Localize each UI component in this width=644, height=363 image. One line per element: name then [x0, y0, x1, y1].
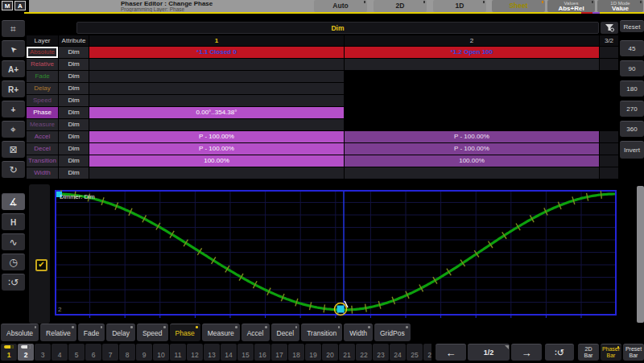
invert-button[interactable]: Invert: [620, 141, 644, 159]
layer-absolute[interactable]: Absolute: [27, 47, 58, 58]
layer-accel[interactable]: Accel: [27, 131, 58, 142]
360-button[interactable]: 360: [620, 121, 644, 137]
step-16[interactable]: 16: [254, 344, 270, 361]
layer-button-relative[interactable]: Relative: [40, 324, 76, 341]
layer-button-phase[interactable]: Phase: [170, 324, 200, 341]
attribute-cell[interactable]: Dim: [59, 71, 89, 82]
move-tool[interactable]: +: [2, 101, 25, 118]
step-1[interactable]: 1: [1, 344, 17, 361]
attribute-cell[interactable]: Dim: [59, 107, 89, 118]
1d-mode-button[interactable]: 1D Mode Value: [597, 0, 643, 12]
prev-step-button[interactable]: ←: [436, 344, 466, 361]
value-cell-step2[interactable]: [345, 119, 599, 130]
preset-bar-button[interactable]: PresetBar: [623, 344, 644, 361]
value-cell-step2[interactable]: P - 100.00%: [345, 131, 599, 142]
step-2[interactable]: 2: [18, 344, 34, 361]
attribute-cell[interactable]: Dim: [59, 155, 89, 167]
layer-button-decel[interactable]: Decel: [271, 324, 300, 341]
45-button[interactable]: 45: [620, 40, 644, 56]
step-22[interactable]: 22: [356, 344, 372, 361]
layer-delay[interactable]: Delay: [27, 83, 58, 94]
scale-tool[interactable]: ⊠: [2, 141, 25, 158]
value-cell-step3[interactable]: [600, 119, 618, 130]
layer-button-gridpos[interactable]: GridPos: [374, 324, 411, 341]
pointer-tool[interactable]: ➤: [2, 40, 25, 57]
view-button-2d[interactable]: 2D: [374, 0, 427, 12]
filter-button[interactable]: [601, 22, 618, 34]
graph-enable-checkbox[interactable]: ✔: [35, 259, 47, 271]
value-cell-step1[interactable]: P - 100.00%: [89, 131, 344, 142]
value-cell-step1[interactable]: [89, 95, 344, 106]
value-cell-step2[interactable]: 100.00%: [345, 155, 599, 167]
angle-tool[interactable]: ∡: [2, 193, 25, 210]
step-5[interactable]: 5: [68, 344, 85, 361]
value-cell-step2[interactable]: [345, 59, 599, 70]
step-7[interactable]: 7: [102, 344, 118, 361]
encoder-bar-button[interactable]: ∶↺: [545, 344, 574, 361]
next-step-button[interactable]: →: [511, 344, 542, 361]
value-cell-step3[interactable]: [600, 71, 618, 82]
value-cell-step1[interactable]: P - 100.00%: [89, 143, 344, 155]
step-13[interactable]: 13: [204, 344, 220, 361]
step-12[interactable]: 12: [187, 344, 203, 361]
value-cell-step1[interactable]: [89, 59, 344, 70]
attribute-cell[interactable]: Dim: [59, 59, 89, 70]
step-8[interactable]: 8: [119, 344, 135, 361]
value-cell-step2[interactable]: *1.2 Open 100: [345, 47, 599, 58]
value-cell-step3[interactable]: [600, 155, 618, 167]
value-cell-step2[interactable]: P - 100.00%: [345, 143, 599, 155]
layer-button-width[interactable]: Width: [344, 324, 373, 341]
value-cell-step3[interactable]: [600, 59, 618, 70]
value-cell-step1[interactable]: [89, 71, 344, 82]
rotate-tool[interactable]: ↻: [2, 161, 25, 178]
attribute-cell[interactable]: Dim: [59, 131, 89, 142]
step-25[interactable]: 25: [407, 344, 423, 361]
attribute-cell[interactable]: Dim: [59, 119, 89, 130]
view-button-sheet[interactable]: Sheet: [492, 0, 545, 12]
value-cell-step3[interactable]: [600, 131, 618, 142]
layer-transition[interactable]: Transition: [27, 155, 58, 167]
layer-button-speed[interactable]: Speed: [137, 324, 168, 341]
step-21[interactable]: 21: [339, 344, 355, 361]
attribute-cell[interactable]: Dim: [59, 83, 89, 94]
step-19[interactable]: 19: [305, 344, 321, 361]
attribute-cell[interactable]: Dim: [59, 47, 89, 58]
step-20[interactable]: 20: [322, 344, 338, 361]
phaser-curve-graph[interactable]: Dimmer: Dim2: [55, 190, 617, 320]
value-cell-step3[interactable]: [600, 47, 618, 58]
view-button-auto[interactable]: Auto: [314, 0, 367, 12]
step-24[interactable]: 24: [390, 344, 406, 361]
values-mode-button[interactable]: Values Abs+Rel: [547, 0, 595, 12]
attribute-cell[interactable]: Dim: [59, 95, 89, 106]
phaser-bar-button[interactable]: PhaserBar: [601, 344, 621, 361]
value-cell-step2[interactable]: [345, 83, 599, 94]
curve-canvas[interactable]: Dimmer: Dim2: [55, 190, 617, 320]
step-26[interactable]: 26: [423, 344, 431, 361]
value-cell-step3[interactable]: [600, 143, 618, 155]
layer-button-transition[interactable]: Transition: [301, 324, 342, 341]
layer-fade[interactable]: Fade: [27, 71, 58, 82]
value-cell-step3[interactable]: [600, 95, 618, 106]
step-10[interactable]: 10: [153, 344, 169, 361]
2d-bar-button[interactable]: 2DBar: [578, 344, 599, 361]
layer-button-fade[interactable]: Fade: [78, 324, 105, 341]
layer-button-delay[interactable]: Delay: [106, 324, 135, 341]
layer-button-measure[interactable]: Measure: [202, 324, 240, 341]
value-cell-step1[interactable]: *1.1 Closed 0: [89, 47, 344, 58]
value-cell-step2[interactable]: [345, 71, 599, 82]
layer-width[interactable]: Width: [27, 167, 58, 179]
value-cell-step1[interactable]: [89, 119, 344, 130]
value-cell-step1[interactable]: [89, 167, 344, 179]
step-sequence-tool[interactable]: ∶↺: [2, 274, 25, 291]
step-23[interactable]: 23: [373, 344, 389, 361]
value-cell-step2[interactable]: [345, 95, 599, 106]
step-14[interactable]: 14: [221, 344, 237, 361]
layer-button-absolute[interactable]: Absolute: [1, 324, 39, 341]
step-18[interactable]: 18: [288, 344, 304, 361]
width-tool[interactable]: H: [2, 213, 25, 230]
add-absolute-tool[interactable]: A+: [2, 60, 25, 77]
attribute-group-header[interactable]: Dim: [76, 22, 599, 34]
step-6[interactable]: 6: [85, 344, 101, 361]
value-cell-step2[interactable]: [345, 167, 599, 179]
value-cell-step1[interactable]: 0.00°..354.38°: [89, 107, 344, 118]
